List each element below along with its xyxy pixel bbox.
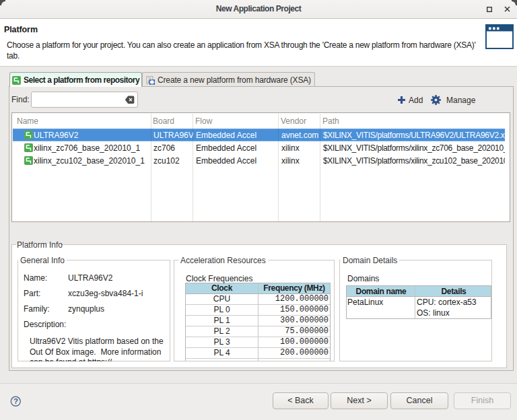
- svg-text:?: ?: [13, 397, 18, 405]
